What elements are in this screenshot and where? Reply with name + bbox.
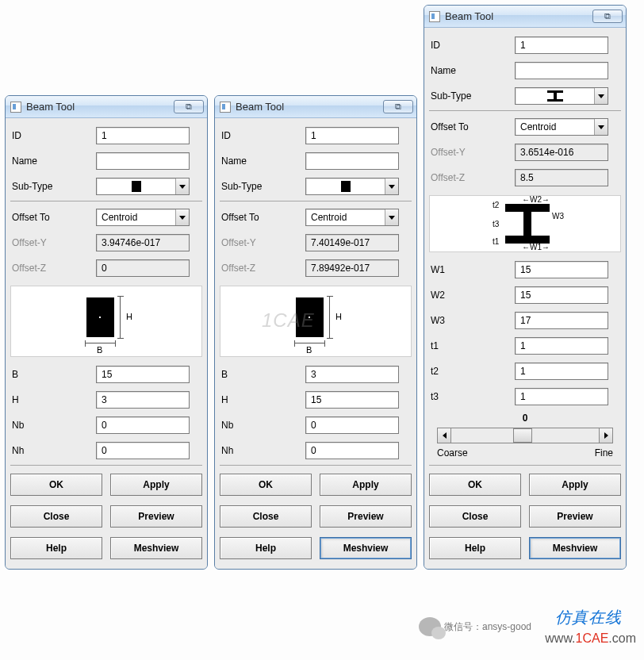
offset-z-input (96, 259, 190, 277)
W3-input[interactable] (515, 312, 608, 329)
app-icon (220, 102, 231, 113)
close-icon[interactable]: ⧉ (383, 100, 413, 113)
meshview-button[interactable]: Meshview (110, 537, 202, 559)
W1-input[interactable] (515, 261, 608, 278)
dim-H-label: H (126, 312, 132, 321)
t3-input[interactable] (515, 388, 608, 405)
subtype-label: Sub-Type (429, 90, 515, 102)
subtype-select[interactable] (515, 87, 608, 105)
W3-label: W3 (429, 315, 515, 326)
B-input[interactable] (305, 366, 399, 383)
name-input[interactable] (96, 152, 190, 170)
subtype-label: Sub-Type (10, 181, 96, 192)
B-label: B (220, 369, 305, 380)
slider-value: 0 (437, 412, 613, 424)
chevron-down-icon[interactable] (175, 209, 189, 225)
footer-cn: 仿真在线 (555, 607, 622, 628)
meshview-button[interactable]: Meshview (320, 537, 412, 559)
dim-W1-label: ←W1→ (522, 243, 550, 251)
help-button[interactable]: Help (10, 537, 102, 559)
W2-label: W2 (429, 290, 515, 301)
name-label: Name (429, 65, 515, 76)
close-button[interactable]: Close (429, 505, 521, 528)
offset-to-label: Offset To (429, 121, 515, 132)
t1-input[interactable] (515, 337, 608, 355)
chevron-down-icon[interactable] (385, 209, 398, 225)
subtype-ibeam-icon (516, 90, 594, 102)
close-button[interactable]: Close (220, 505, 312, 528)
Nh-input[interactable] (96, 442, 190, 459)
help-button[interactable]: Help (429, 537, 521, 559)
id-label: ID (429, 40, 515, 51)
chevron-down-icon[interactable] (594, 119, 608, 135)
ok-button[interactable]: OK (220, 474, 312, 496)
offset-to-label: Offset To (10, 212, 96, 223)
beam-tool-window-2: Beam Tool ⧉ ID Name Sub-Type (214, 95, 417, 570)
apply-button[interactable]: Apply (110, 474, 202, 496)
subtype-select[interactable] (96, 178, 190, 195)
beam-tool-window-3: Beam Tool ⧉ ID Name Sub-Type (424, 5, 627, 570)
slider-right-arrow-icon[interactable] (599, 428, 613, 443)
ok-button[interactable]: OK (429, 474, 521, 496)
t1-label: t1 (429, 340, 515, 351)
close-icon[interactable]: ⧉ (174, 100, 204, 113)
Nb-input[interactable] (96, 416, 190, 434)
id-input[interactable] (96, 127, 190, 144)
watermark: 1CAE (262, 309, 315, 332)
close-icon[interactable]: ⧉ (592, 10, 623, 23)
titlebar[interactable]: Beam Tool ⧉ (424, 6, 626, 28)
chevron-down-icon[interactable] (385, 178, 398, 194)
id-input[interactable] (305, 127, 399, 144)
preview-button[interactable]: Preview (529, 505, 621, 528)
subtype-select[interactable] (305, 178, 399, 195)
name-input[interactable] (305, 152, 399, 170)
help-button[interactable]: Help (220, 537, 312, 559)
Nb-label: Nb (10, 420, 96, 431)
wechat-icon (419, 617, 441, 636)
apply-button[interactable]: Apply (320, 474, 412, 496)
meshview-button[interactable]: Meshview (529, 537, 621, 559)
subtype-rect-icon (97, 181, 175, 192)
app-icon (429, 11, 440, 22)
preview-button[interactable]: Preview (320, 505, 412, 528)
offset-to-value: Centroid (516, 121, 594, 132)
dim-W2-label: ←W2→ (522, 195, 550, 204)
slider-left-arrow-icon[interactable] (437, 428, 451, 443)
name-input[interactable] (515, 62, 608, 79)
offset-to-select[interactable]: Centroid (96, 209, 190, 226)
mesh-density-slider[interactable]: 0 Coarse Fine (429, 409, 621, 463)
apply-button[interactable]: Apply (529, 474, 621, 496)
close-button[interactable]: Close (10, 505, 102, 528)
preview-button[interactable]: Preview (110, 505, 202, 528)
titlebar[interactable]: Beam Tool ⧉ (6, 96, 207, 118)
offset-to-value: Centroid (306, 212, 385, 223)
id-label: ID (10, 130, 96, 141)
H-input[interactable] (96, 391, 190, 409)
name-label: Name (10, 155, 96, 167)
W2-input[interactable] (515, 286, 608, 304)
Nb-input[interactable] (305, 416, 399, 434)
offset-y-input (305, 234, 399, 251)
H-label: H (220, 394, 305, 405)
chevron-down-icon[interactable] (594, 88, 608, 104)
id-input[interactable] (515, 36, 608, 54)
t3-label: t3 (429, 391, 515, 402)
H-input[interactable] (305, 391, 399, 409)
dim-H-label: H (335, 312, 342, 321)
B-label: B (10, 369, 96, 380)
Nh-input[interactable] (305, 442, 399, 459)
slider-thumb[interactable] (513, 428, 532, 443)
chevron-down-icon[interactable] (175, 178, 189, 194)
window-title: Beam Tool (26, 101, 174, 113)
coarse-label: Coarse (437, 447, 468, 459)
B-input[interactable] (96, 366, 190, 383)
offset-to-select[interactable]: Centroid (305, 209, 399, 226)
offset-to-select[interactable]: Centroid (515, 118, 608, 136)
titlebar[interactable]: Beam Tool ⧉ (215, 96, 416, 118)
section-diagram: H B (220, 286, 412, 357)
slider-track[interactable] (451, 428, 599, 443)
t2-input[interactable] (515, 363, 608, 380)
subtype-label: Sub-Type (220, 181, 305, 192)
ok-button[interactable]: OK (10, 474, 102, 496)
offset-z-input (305, 259, 399, 277)
